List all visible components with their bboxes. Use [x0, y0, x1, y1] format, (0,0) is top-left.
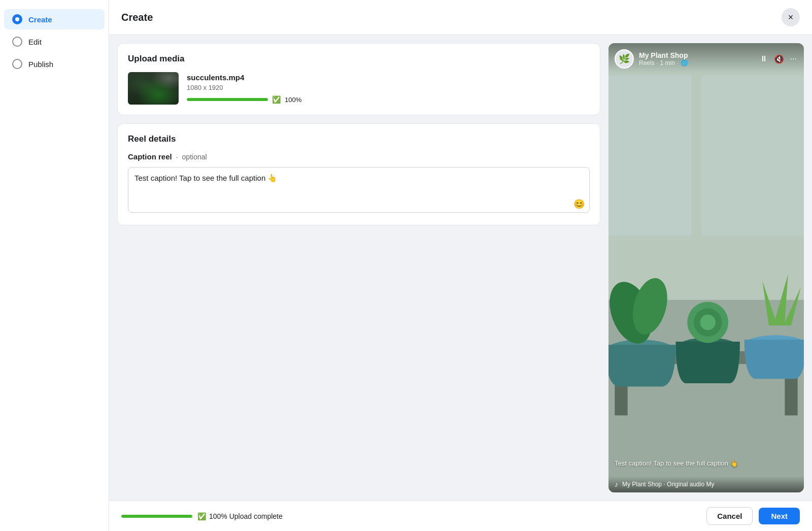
progress-row: ✅ 100%	[187, 95, 590, 104]
preview-username: My Plant Shop	[639, 51, 754, 59]
footer-progress-bar	[121, 515, 192, 518]
radio-edit	[12, 37, 22, 47]
preview-caption-area: Test caption! Tap to see the full captio…	[608, 459, 804, 467]
file-name: succulents.mp4	[187, 73, 590, 82]
radio-publish	[12, 59, 22, 69]
sidebar-item-create[interactable]: Create	[4, 9, 105, 29]
reel-details-title: Reel details	[128, 134, 590, 144]
svg-point-12	[700, 315, 715, 330]
plant-scene-svg	[608, 43, 804, 492]
dialog-title: Create	[121, 12, 153, 23]
preview-panel: 🌿 My Plant Shop Reels · 1 min · 🌐 ⏸	[608, 43, 804, 492]
video-thumbnail	[128, 72, 179, 105]
svg-rect-13	[608, 75, 692, 236]
preview-user-info: My Plant Shop Reels · 1 min · 🌐	[639, 51, 754, 67]
dialog-header: Create ×	[109, 0, 812, 35]
preview-header: 🌿 My Plant Shop Reels · 1 min · 🌐 ⏸	[608, 43, 804, 73]
upload-media-card: Upload media succulents.mp4 1080 x 1920	[117, 43, 600, 115]
preview-audio-bar: ♪ My Plant Shop · Original audio My	[608, 476, 804, 492]
content-area: Create × Upload media succulents.mp4 108…	[109, 0, 812, 531]
preview-meta: Reels · 1 min · 🌐	[639, 59, 754, 67]
progress-pct: 100%	[285, 96, 301, 104]
upload-media-title: Upload media	[128, 54, 590, 64]
content-body: Upload media succulents.mp4 1080 x 1920	[109, 35, 812, 501]
caption-textarea-wrapper: Test caption! Tap to see the full captio…	[128, 167, 590, 215]
caption-label: Caption reel · optional	[128, 152, 590, 161]
next-button[interactable]: Next	[759, 508, 800, 524]
footer-left: ✅ 100% Upload complete	[121, 512, 283, 520]
cancel-button[interactable]: Cancel	[706, 507, 753, 525]
footer-progress-fill	[121, 515, 192, 518]
footer-status-text: 100% Upload complete	[209, 512, 283, 520]
sidebar-label-edit: Edit	[28, 38, 42, 46]
sidebar-label-create: Create	[28, 15, 52, 24]
close-button[interactable]: ×	[782, 8, 800, 26]
footer-check-icon: ✅	[197, 512, 206, 520]
audio-text: My Plant Shop · Original audio My	[622, 481, 714, 488]
preview-caption-text: Test caption! Tap to see the full captio…	[615, 459, 798, 467]
sidebar-item-edit[interactable]: Edit	[4, 31, 105, 52]
preview-avatar: 🌿	[615, 49, 634, 69]
preview-dot: ·	[657, 60, 658, 66]
optional-label: optional	[182, 153, 207, 161]
progress-bar	[187, 98, 268, 101]
preview-duration: 1 min	[660, 59, 674, 67]
emoji-button[interactable]: 😊	[573, 198, 585, 210]
globe-icon: 🌐	[681, 59, 688, 67]
caption-textarea[interactable]: Test caption! Tap to see the full captio…	[128, 167, 590, 213]
upload-media-row: succulents.mp4 1080 x 1920 ✅ 100%	[128, 72, 590, 105]
preview-dot2: ·	[677, 60, 679, 66]
footer-status: ✅ 100% Upload complete	[197, 512, 283, 520]
left-panel: Upload media succulents.mp4 1080 x 1920	[117, 43, 600, 492]
preview-controls: ⏸ 🔇 ···	[759, 53, 798, 65]
progress-bar-fill	[187, 98, 268, 101]
sidebar: Create Edit Publish	[0, 0, 109, 531]
progress-check-icon: ✅	[272, 95, 281, 104]
sidebar-item-publish[interactable]: Publish	[4, 54, 105, 74]
footer-right: Cancel Next	[706, 507, 800, 525]
more-button[interactable]: ···	[789, 53, 798, 64]
reel-details-card: Reel details Caption reel · optional Tes…	[117, 123, 600, 225]
audio-icon: ♪	[615, 480, 618, 488]
upload-info: succulents.mp4 1080 x 1920 ✅ 100%	[187, 73, 590, 104]
radio-create	[12, 14, 22, 24]
svg-rect-14	[701, 75, 804, 236]
sidebar-label-publish: Publish	[28, 60, 53, 69]
file-dims: 1080 x 1920	[187, 84, 590, 91]
mute-button[interactable]: 🔇	[773, 53, 785, 65]
pause-button[interactable]: ⏸	[759, 53, 769, 64]
footer: ✅ 100% Upload complete Cancel Next	[109, 501, 812, 531]
preview-background	[608, 43, 804, 492]
preview-type: Reels	[639, 59, 655, 67]
